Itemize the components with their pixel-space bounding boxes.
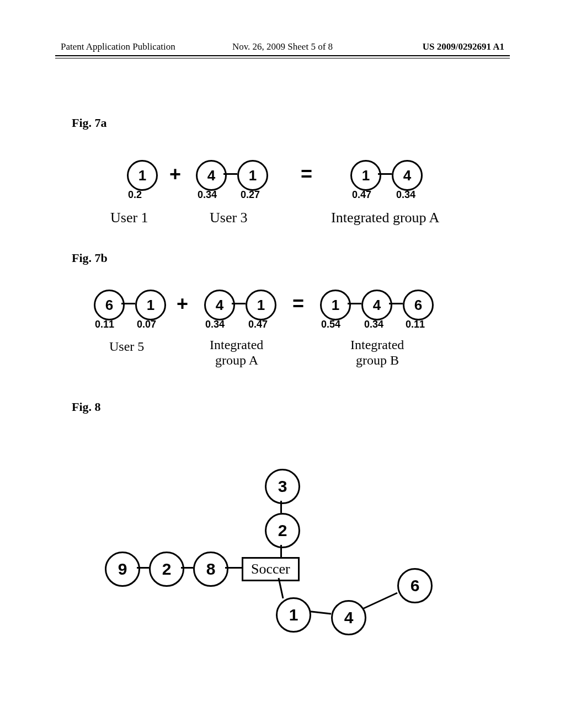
fig8-node1: 1 xyxy=(276,597,311,633)
svg-line-2 xyxy=(361,593,397,609)
fig8-node6: 6 xyxy=(397,568,433,603)
svg-line-0 xyxy=(279,578,283,598)
fig8-node4: 4 xyxy=(331,600,366,635)
